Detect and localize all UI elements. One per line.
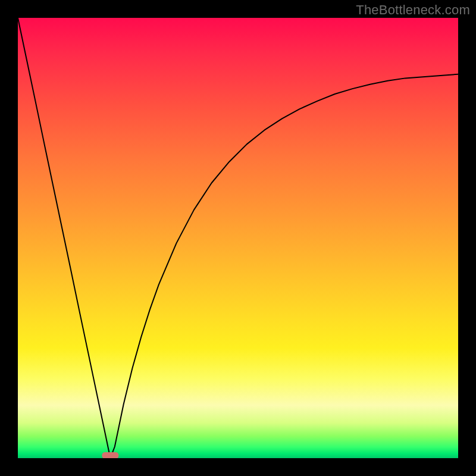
bottleneck-curve bbox=[18, 18, 458, 458]
bottleneck-curve-svg bbox=[18, 18, 458, 458]
plot-area bbox=[18, 18, 458, 458]
watermark-text: TheBottleneck.com bbox=[356, 2, 470, 18]
minimum-marker bbox=[102, 452, 118, 458]
chart-frame: TheBottleneck.com bbox=[0, 0, 476, 476]
